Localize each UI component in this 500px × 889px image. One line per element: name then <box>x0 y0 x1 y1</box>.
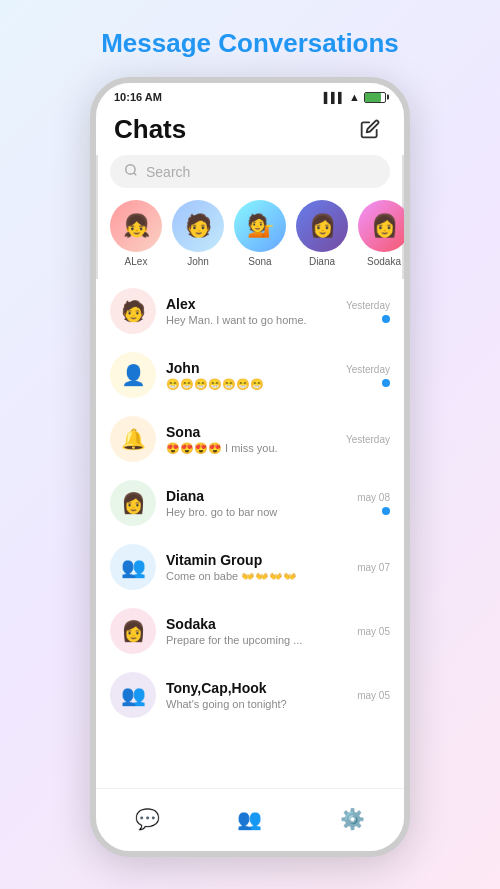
story-avatar-diana: 👩 <box>296 200 348 252</box>
chat-item-sodaka[interactable]: 👩 Sodaka Prepare for the upcoming ... ma… <box>96 599 404 663</box>
chat-preview-tony-cap-hook: What's going on tonight? <box>166 698 347 710</box>
chat-meta-vitamin-group: may 07 <box>357 562 390 573</box>
svg-point-0 <box>126 165 135 174</box>
chat-time-sona: Yesterday <box>346 434 390 445</box>
search-bar[interactable]: Search <box>110 155 390 188</box>
phone-shell: 10:16 AM ▌▌▌ ▲ Chats Search 👧 <box>90 77 410 857</box>
story-name-alex: ALex <box>125 256 148 267</box>
chat-preview-sona: 😍😍😍😍 I miss you. <box>166 442 336 455</box>
unread-dot <box>382 315 390 323</box>
page-title: Message Conversations <box>101 28 399 59</box>
chat-time-diana: may 08 <box>357 492 390 503</box>
story-sona[interactable]: 💁 Sona <box>234 200 286 267</box>
chat-preview-sodaka: Prepare for the upcoming ... <box>166 634 347 646</box>
chat-name-tony-cap-hook: Tony,Cap,Hook <box>166 680 347 696</box>
unread-dot <box>382 507 390 515</box>
chat-list: 🧑 Alex Hey Man. I want to go home. Yeste… <box>96 279 404 788</box>
signal-icon: ▌▌▌ <box>324 92 345 103</box>
chat-item-alex[interactable]: 🧑 Alex Hey Man. I want to go home. Yeste… <box>96 279 404 343</box>
status-time: 10:16 AM <box>114 91 162 103</box>
bottom-nav: 💬👥⚙️ <box>96 788 404 851</box>
wifi-icon: ▲ <box>349 91 360 103</box>
chat-avatar-sona: 🔔 <box>110 416 156 462</box>
chat-time-tony-cap-hook: may 05 <box>357 690 390 701</box>
story-sodaka[interactable]: 👩 Sodaka <box>358 200 404 267</box>
nav-settings[interactable]: ⚙️ <box>333 799 373 839</box>
chat-info-sona: Sona 😍😍😍😍 I miss you. <box>166 424 336 455</box>
chat-avatar-alex: 🧑 <box>110 288 156 334</box>
story-name-john: John <box>187 256 209 267</box>
chat-meta-alex: Yesterday <box>346 300 390 323</box>
chat-item-tony-cap-hook[interactable]: 👥 Tony,Cap,Hook What's going on tonight?… <box>96 663 404 727</box>
story-name-diana: Diana <box>309 256 335 267</box>
chats-title: Chats <box>114 114 186 145</box>
chat-time-alex: Yesterday <box>346 300 390 311</box>
chat-info-john: John 😁😁😁😁😁😁😁 <box>166 360 336 391</box>
chat-name-sodaka: Sodaka <box>166 616 347 632</box>
nav-contacts[interactable]: 👥 <box>230 799 270 839</box>
stories-row: 👧 ALex 🧑 John 💁 Sona 👩 Diana 👩 Sodaka <box>96 200 404 279</box>
chat-info-tony-cap-hook: Tony,Cap,Hook What's going on tonight? <box>166 680 347 710</box>
chat-header: Chats <box>96 107 404 155</box>
chat-item-diana[interactable]: 👩 Diana Hey bro. go to bar now may 08 <box>96 471 404 535</box>
chat-item-john[interactable]: 👤 John 😁😁😁😁😁😁😁 Yesterday <box>96 343 404 407</box>
story-name-sodaka: Sodaka <box>367 256 401 267</box>
chat-info-alex: Alex Hey Man. I want to go home. <box>166 296 336 326</box>
status-bar: 10:16 AM ▌▌▌ ▲ <box>96 83 404 107</box>
chat-meta-john: Yesterday <box>346 364 390 387</box>
search-placeholder: Search <box>146 164 190 180</box>
chat-avatar-sodaka: 👩 <box>110 608 156 654</box>
chat-avatar-diana: 👩 <box>110 480 156 526</box>
chat-info-diana: Diana Hey bro. go to bar now <box>166 488 347 518</box>
chat-item-sona[interactable]: 🔔 Sona 😍😍😍😍 I miss you. Yesterday <box>96 407 404 471</box>
battery-icon <box>364 92 386 103</box>
story-avatar-sona: 💁 <box>234 200 286 252</box>
chat-meta-diana: may 08 <box>357 492 390 515</box>
chat-name-vitamin-group: Vitamin Group <box>166 552 347 568</box>
chat-info-vitamin-group: Vitamin Group Come on babe 👐👐👐👐 <box>166 552 347 583</box>
search-icon <box>124 163 138 180</box>
chat-avatar-vitamin-group: 👥 <box>110 544 156 590</box>
chat-name-john: John <box>166 360 336 376</box>
chat-avatar-tony-cap-hook: 👥 <box>110 672 156 718</box>
edit-button[interactable] <box>354 113 386 145</box>
chat-name-sona: Sona <box>166 424 336 440</box>
chat-time-john: Yesterday <box>346 364 390 375</box>
status-icons: ▌▌▌ ▲ <box>324 91 386 103</box>
chat-meta-sodaka: may 05 <box>357 626 390 637</box>
story-avatar-sodaka: 👩 <box>358 200 404 252</box>
chat-preview-alex: Hey Man. I want to go home. <box>166 314 336 326</box>
chat-meta-tony-cap-hook: may 05 <box>357 690 390 701</box>
nav-messages[interactable]: 💬 <box>127 799 167 839</box>
chat-preview-john: 😁😁😁😁😁😁😁 <box>166 378 336 391</box>
chat-preview-diana: Hey bro. go to bar now <box>166 506 347 518</box>
chat-avatar-john: 👤 <box>110 352 156 398</box>
story-avatar-alex: 👧 <box>110 200 162 252</box>
svg-line-1 <box>134 173 137 176</box>
story-john[interactable]: 🧑 John <box>172 200 224 267</box>
story-alex[interactable]: 👧 ALex <box>110 200 162 267</box>
chat-time-vitamin-group: may 07 <box>357 562 390 573</box>
chat-item-vitamin-group[interactable]: 👥 Vitamin Group Come on babe 👐👐👐👐 may 07 <box>96 535 404 599</box>
chat-preview-vitamin-group: Come on babe 👐👐👐👐 <box>166 570 347 583</box>
story-diana[interactable]: 👩 Diana <box>296 200 348 267</box>
chat-time-sodaka: may 05 <box>357 626 390 637</box>
chat-name-alex: Alex <box>166 296 336 312</box>
story-avatar-john: 🧑 <box>172 200 224 252</box>
story-name-sona: Sona <box>248 256 271 267</box>
chat-name-diana: Diana <box>166 488 347 504</box>
unread-dot <box>382 379 390 387</box>
chat-info-sodaka: Sodaka Prepare for the upcoming ... <box>166 616 347 646</box>
chat-meta-sona: Yesterday <box>346 434 390 445</box>
